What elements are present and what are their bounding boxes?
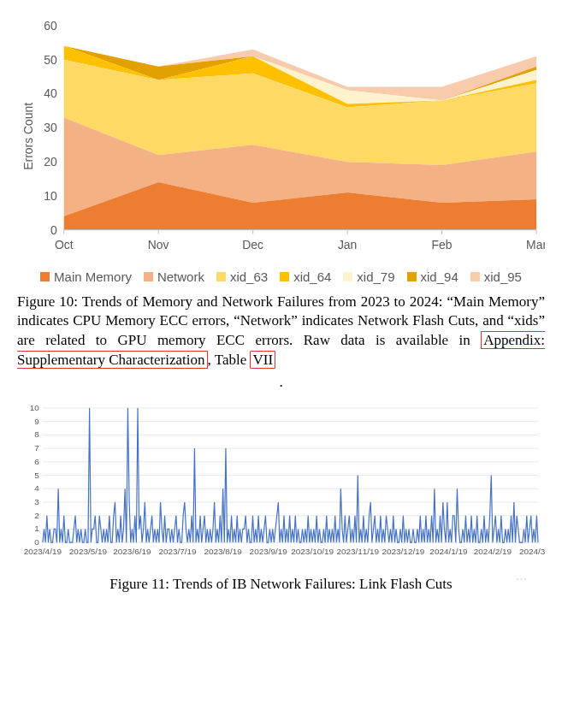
svg-text:2023/4/19: 2023/4/19 [24,547,62,556]
y-axis-label: Errors Count [21,103,35,170]
svg-text:7: 7 [34,443,39,453]
figure-10-caption: Figure 10: Trends of Memory and Network … [17,293,545,371]
legend-label: xid_79 [357,269,394,284]
figure-10-chart: 0102030405060OctNovDecJanFebMar Errors C… [17,9,545,264]
svg-text:2023/6/19: 2023/6/19 [113,547,151,556]
legend-item: xid_79 [343,269,394,284]
area-plot: 0102030405060OctNovDecJanFebMar [44,19,545,252]
svg-text:2: 2 [34,511,39,520]
svg-text:40: 40 [44,86,57,100]
svg-text:2023/7/19: 2023/7/19 [158,547,197,556]
svg-text:20: 20 [44,155,57,169]
legend-swatch [40,272,50,281]
caption-mid: , Table [208,352,251,368]
legend-swatch [280,272,289,281]
svg-text:Jan: Jan [338,238,357,252]
svg-text:2024/1/19: 2024/1/19 [429,547,468,556]
svg-text:3: 3 [34,497,39,506]
svg-text:Oct: Oct [55,238,74,252]
svg-text:2023/8/19: 2023/8/19 [204,547,243,556]
figure-11-chart: 0123456789102023/4/192023/5/192023/6/192… [17,400,545,570]
legend-item: Main Memory [40,269,132,284]
legend-label: xid_94 [421,269,458,284]
svg-text:0: 0 [50,223,57,237]
legend-label: Main Memory [54,269,132,284]
legend-swatch [144,272,153,281]
legend-label: xid_95 [484,269,522,284]
svg-text:2023/5/19: 2023/5/19 [69,547,108,556]
svg-text:Mar: Mar [526,238,545,252]
legend-item: xid_64 [280,269,331,284]
caption-text: Figure 10: Trends of Memory and Network … [17,293,545,349]
svg-text:60: 60 [44,19,57,33]
figure-11-caption: Figure 11: Trends of IB Network Failures… [17,575,545,595]
legend-swatch [407,272,417,281]
svg-text:2023/11/19: 2023/11/19 [336,547,379,556]
line-chart-svg: 0123456789102023/4/192023/5/192023/6/192… [17,400,545,570]
legend-label: Network [157,269,204,284]
legend-swatch [470,272,480,281]
svg-text:2024/2/19: 2024/2/19 [474,547,512,556]
legend-item: xid_95 [470,269,522,284]
line-plot: 0123456789102023/4/192023/5/192023/6/192… [24,403,545,556]
svg-text:1: 1 [34,524,39,534]
svg-text:50: 50 [44,53,57,67]
svg-text:6: 6 [34,457,39,466]
area-chart-svg: 0102030405060OctNovDecJanFebMar Errors C… [17,9,545,264]
legend-item: Network [144,269,204,284]
svg-text:30: 30 [44,121,57,134]
legend-item: xid_94 [407,269,458,284]
legend-swatch [216,272,226,281]
svg-text:9: 9 [34,417,39,426]
svg-text:2023/9/19: 2023/9/19 [250,547,288,556]
svg-text:Nov: Nov [148,238,169,252]
legend-label: xid_64 [293,269,331,284]
legend-swatch [343,272,352,281]
svg-text:Feb: Feb [432,238,453,252]
center-dot: . [17,374,545,391]
svg-text:Dec: Dec [242,238,263,252]
svg-text:5: 5 [34,471,39,480]
svg-text:2024/3/19: 2024/3/19 [519,547,545,556]
svg-text:2023/12/19: 2023/12/19 [382,547,425,556]
legend-label: xid_63 [230,269,268,284]
legend-item: xid_63 [216,269,268,284]
svg-text:8: 8 [34,430,39,440]
svg-text:4: 4 [34,484,39,494]
table-ref-link[interactable]: VII [250,351,275,369]
svg-text:0: 0 [34,537,39,547]
svg-text:2023/10/19: 2023/10/19 [291,547,334,556]
svg-text:10: 10 [44,189,57,203]
figure-10-legend: Main MemoryNetworkxid_63xid_64xid_79xid_… [17,269,545,284]
svg-text:10: 10 [30,403,40,412]
